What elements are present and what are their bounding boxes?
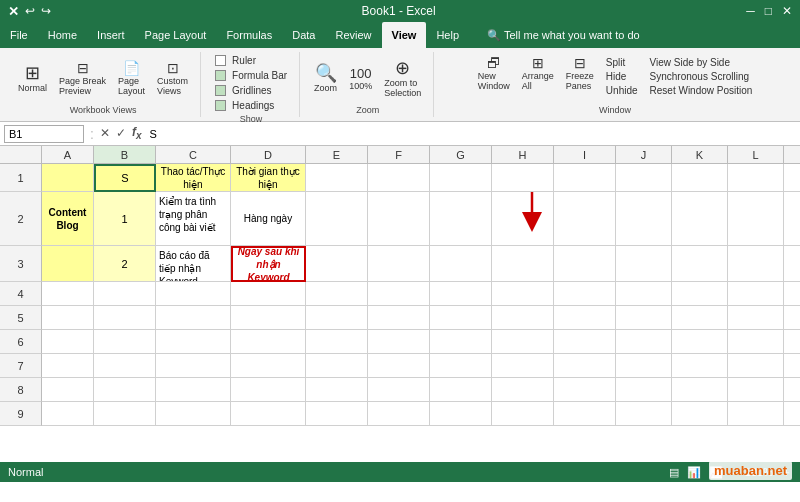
- cell-A1[interactable]: [42, 164, 94, 192]
- cell-I2[interactable]: [554, 192, 616, 246]
- col-header-L[interactable]: L: [728, 146, 784, 163]
- row-header-8[interactable]: 8: [0, 378, 42, 402]
- col-header-K[interactable]: K: [672, 146, 728, 163]
- col-header-M[interactable]: M: [784, 146, 800, 163]
- freeze-panes-btn[interactable]: ⊟ FreezePanes: [562, 54, 598, 93]
- cell-C1[interactable]: Thao tác/Thực hiện: [156, 164, 231, 192]
- cell-A4[interactable]: [42, 282, 94, 306]
- tab-data[interactable]: Data: [282, 22, 325, 48]
- tab-review[interactable]: Review: [325, 22, 381, 48]
- cell-L4[interactable]: [728, 282, 784, 306]
- cell-M1[interactable]: [784, 164, 800, 192]
- cell-H3[interactable]: [492, 246, 554, 282]
- tab-page-layout[interactable]: Page Layout: [135, 22, 217, 48]
- tab-view[interactable]: View: [382, 22, 427, 48]
- cell-E2[interactable]: [306, 192, 368, 246]
- unhide-btn[interactable]: Unhide: [602, 84, 642, 97]
- row-header-2[interactable]: 2: [0, 192, 42, 246]
- headings-checkbox[interactable]: Headings: [211, 99, 278, 112]
- cell-J4[interactable]: [616, 282, 672, 306]
- reset-window-btn[interactable]: Reset Window Position: [646, 84, 757, 97]
- cell-D2[interactable]: Hàng ngày: [231, 192, 306, 246]
- ruler-checkbox[interactable]: Ruler: [211, 54, 260, 67]
- cell-G3[interactable]: [430, 246, 492, 282]
- redo-icon[interactable]: ↪: [41, 4, 51, 18]
- maximize-btn[interactable]: □: [765, 4, 772, 18]
- cell-L3[interactable]: [728, 246, 784, 282]
- row-header-6[interactable]: 6: [0, 330, 42, 354]
- row-header-5[interactable]: 5: [0, 306, 42, 330]
- cell-M2[interactable]: [784, 192, 800, 246]
- col-header-H[interactable]: H: [492, 146, 554, 163]
- cell-K2[interactable]: [672, 192, 728, 246]
- cell-B4[interactable]: [94, 282, 156, 306]
- undo-icon[interactable]: ↩: [25, 4, 35, 18]
- ruler-checkbox-icon[interactable]: [215, 55, 226, 66]
- split-btn[interactable]: Split: [602, 56, 642, 69]
- zoom-btn[interactable]: 🔍 Zoom: [310, 62, 341, 95]
- arrange-all-btn[interactable]: ⊞ ArrangeAll: [518, 54, 558, 93]
- gridlines-checkbox-icon[interactable]: [215, 85, 226, 96]
- cell-E4[interactable]: [306, 282, 368, 306]
- sheet-view-layout[interactable]: 📊: [687, 466, 701, 479]
- tab-formulas[interactable]: Formulas: [216, 22, 282, 48]
- col-header-A[interactable]: A: [42, 146, 94, 163]
- cell-J1[interactable]: [616, 164, 672, 192]
- tab-file[interactable]: File: [0, 22, 38, 48]
- cell-A2[interactable]: Content Blog: [42, 192, 94, 246]
- cell-K4[interactable]: [672, 282, 728, 306]
- cell-D3[interactable]: Ngay sau khi nhận Keyword: [231, 246, 306, 282]
- fx-icon[interactable]: fx: [132, 125, 142, 141]
- col-header-D[interactable]: D: [231, 146, 306, 163]
- cell-C4[interactable]: [156, 282, 231, 306]
- row-header-9[interactable]: 9: [0, 402, 42, 426]
- cell-I4[interactable]: [554, 282, 616, 306]
- cell-G2[interactable]: [430, 192, 492, 246]
- cell-F3[interactable]: [368, 246, 430, 282]
- cell-F4[interactable]: [368, 282, 430, 306]
- cell-G4[interactable]: [430, 282, 492, 306]
- view-side-by-side-btn[interactable]: View Side by Side: [646, 56, 757, 69]
- cell-D4[interactable]: [231, 282, 306, 306]
- cell-J3[interactable]: [616, 246, 672, 282]
- row-header-3[interactable]: 3: [0, 246, 42, 282]
- row-header-1[interactable]: 1: [0, 164, 42, 192]
- col-header-F[interactable]: F: [368, 146, 430, 163]
- tab-insert[interactable]: Insert: [87, 22, 135, 48]
- close-btn[interactable]: ✕: [782, 4, 792, 18]
- cell-K1[interactable]: [672, 164, 728, 192]
- col-header-I[interactable]: I: [554, 146, 616, 163]
- cell-H2[interactable]: [492, 192, 554, 246]
- page-layout-btn[interactable]: 📄 PageLayout: [114, 59, 149, 98]
- minimize-btn[interactable]: ─: [746, 4, 755, 18]
- col-header-J[interactable]: J: [616, 146, 672, 163]
- tab-home[interactable]: Home: [38, 22, 87, 48]
- sync-scroll-btn[interactable]: Synchronous Scrolling: [646, 70, 757, 83]
- cell-I1[interactable]: [554, 164, 616, 192]
- cell-E3[interactable]: Đường viền sẫm màu: [306, 246, 368, 282]
- row-header-4[interactable]: 4: [0, 282, 42, 306]
- zoom-selection-btn[interactable]: ⊕ Zoom toSelection: [380, 57, 425, 100]
- headings-checkbox-icon[interactable]: [215, 100, 226, 111]
- formula-bar-checkbox[interactable]: Formula Bar: [211, 69, 291, 82]
- cell-L1[interactable]: [728, 164, 784, 192]
- cell-C3[interactable]: Báo cáo đã tiếp nhận Keyword: [156, 246, 231, 282]
- col-header-G[interactable]: G: [430, 146, 492, 163]
- cell-A3[interactable]: [42, 246, 94, 282]
- formula-input[interactable]: [145, 125, 796, 143]
- row-header-7[interactable]: 7: [0, 354, 42, 378]
- cell-M4[interactable]: [784, 282, 800, 306]
- name-box[interactable]: [4, 125, 84, 143]
- cell-E1[interactable]: [306, 164, 368, 192]
- tab-help[interactable]: Help: [426, 22, 469, 48]
- normal-view-btn[interactable]: ⊞ Normal: [14, 62, 51, 95]
- custom-views-btn[interactable]: ⊡ CustomViews: [153, 59, 192, 98]
- col-header-B[interactable]: B: [94, 146, 156, 163]
- cell-B2[interactable]: 1: [94, 192, 156, 246]
- cell-H1[interactable]: [492, 164, 554, 192]
- cell-M3[interactable]: [784, 246, 800, 282]
- cell-I3[interactable]: [554, 246, 616, 282]
- col-header-E[interactable]: E: [306, 146, 368, 163]
- page-break-btn[interactable]: ⊟ Page BreakPreview: [55, 59, 110, 98]
- hide-btn[interactable]: Hide: [602, 70, 642, 83]
